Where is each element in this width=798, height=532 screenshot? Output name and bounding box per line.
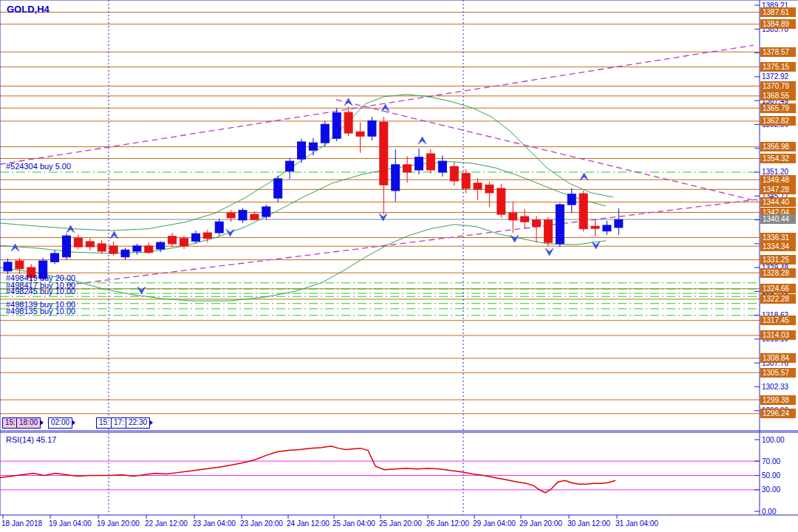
- order-label[interactable]: #524304 buy 5.00: [6, 163, 71, 171]
- candle-up[interactable]: [392, 165, 400, 191]
- rsi-axis-label: 0.00: [762, 507, 776, 516]
- candle-down[interactable]: [403, 165, 412, 172]
- candle-up[interactable]: [321, 124, 329, 143]
- candle-up[interactable]: [567, 194, 576, 205]
- price-level-box: 1299.38: [760, 395, 796, 405]
- time-tag[interactable]: 02:00: [48, 417, 72, 429]
- candle-up[interactable]: [286, 161, 294, 171]
- time-axis-label[interactable]: 31 Jan 04:00: [615, 519, 658, 528]
- candle-up[interactable]: [63, 236, 71, 257]
- price-level-box: 1384.89: [760, 19, 796, 29]
- time-axis-label[interactable]: 23 Jan 20:00: [240, 519, 283, 528]
- time-axis-label[interactable]: 26 Jan 12:00: [426, 519, 469, 528]
- candle-down[interactable]: [380, 122, 388, 185]
- candle-up[interactable]: [215, 222, 223, 233]
- time-axis-label[interactable]: 23 Jan 04:00: [193, 519, 236, 528]
- price-level-box: 1356.98: [760, 142, 796, 151]
- candle-down[interactable]: [74, 238, 82, 247]
- candle-up[interactable]: [157, 242, 165, 249]
- time-axis-label[interactable]: 24 Jan 12:00: [287, 519, 330, 528]
- price-level-box: 1344.40: [760, 197, 796, 207]
- time-axis-label[interactable]: 19 Jan 20:00: [97, 519, 140, 528]
- symbol-timeframe-label: GOLD,H4: [7, 4, 50, 15]
- time-tag[interactable]: 15:: [96, 417, 112, 429]
- candle-down[interactable]: [168, 236, 177, 244]
- price-axis-label: 1372.92: [762, 72, 788, 81]
- rsi-axis-label: 50.00: [762, 471, 780, 480]
- price-level-box: 1362.82: [760, 116, 796, 126]
- time-axis-label[interactable]: 29 Jan 04:00: [473, 519, 516, 528]
- price-level-box: 1314.03: [760, 330, 796, 340]
- candle-down[interactable]: [579, 194, 587, 229]
- order-label[interactable]: #498135 buy 10.00: [6, 307, 75, 316]
- price-level-box: 1317.45: [760, 316, 796, 325]
- candle-down[interactable]: [426, 154, 434, 170]
- chart-window: GOLD,H4 #524304 buy 5.00#498419 buy 20.0…: [0, 0, 798, 532]
- fractal-down-arrow-icon: [511, 235, 519, 242]
- candle-up[interactable]: [274, 179, 282, 198]
- time-axis-label[interactable]: 22 Jan 12:00: [145, 519, 188, 528]
- time-tag[interactable]: 18:00: [16, 417, 41, 429]
- candle-down[interactable]: [356, 132, 364, 136]
- time-axis-label[interactable]: 25 Jan 04:00: [332, 519, 375, 528]
- candle-up[interactable]: [4, 262, 12, 271]
- band-lower-line: [0, 225, 606, 301]
- candle-down[interactable]: [109, 246, 117, 253]
- candle-up[interactable]: [51, 253, 59, 262]
- price-level-box: 1387.61: [760, 7, 796, 17]
- candle-down[interactable]: [16, 261, 24, 269]
- candle-up[interactable]: [438, 161, 446, 172]
- candle-up[interactable]: [415, 157, 423, 170]
- candle-down[interactable]: [544, 220, 552, 242]
- fractal-up-arrow-icon: [418, 137, 426, 144]
- candle-up[interactable]: [332, 113, 341, 138]
- candle-up[interactable]: [121, 250, 129, 257]
- candle-down[interactable]: [86, 242, 94, 247]
- candle-up[interactable]: [603, 225, 611, 231]
- candle-up[interactable]: [368, 120, 376, 136]
- candle-down[interactable]: [250, 214, 259, 219]
- candle-down[interactable]: [509, 213, 517, 220]
- price-level-box: 1378.57: [760, 47, 796, 57]
- fractal-down-arrow-icon: [226, 229, 234, 236]
- candle-down[interactable]: [98, 244, 106, 251]
- candle-down[interactable]: [203, 233, 211, 239]
- candle-up[interactable]: [133, 246, 141, 251]
- price-level-box: 1368.55: [760, 91, 796, 100]
- candle-up[interactable]: [191, 233, 200, 241]
- candle-down[interactable]: [145, 246, 153, 253]
- trendline-rising-channel-top[interactable]: [0, 45, 754, 164]
- candle-down[interactable]: [462, 174, 470, 188]
- rsi-line: [0, 446, 615, 493]
- chart-canvas[interactable]: [0, 0, 798, 532]
- rsi-axis-label: 70.00: [762, 457, 780, 466]
- order-label[interactable]: #498245 buy 10.00: [6, 287, 75, 296]
- time-tag[interactable]: 17:: [111, 417, 127, 429]
- candle-up[interactable]: [239, 211, 247, 220]
- candle-down[interactable]: [485, 185, 494, 193]
- candle-down[interactable]: [533, 220, 541, 227]
- time-axis-label[interactable]: 25 Jan 20:00: [379, 519, 422, 528]
- price-axis-label: 1302.33: [762, 382, 788, 392]
- time-tag[interactable]: 22:30: [126, 417, 150, 429]
- time-axis-label[interactable]: 29 Jan 20:00: [519, 519, 562, 528]
- time-axis-label[interactable]: 30 Jan 12:00: [567, 519, 610, 528]
- candle-up[interactable]: [556, 205, 564, 244]
- time-axis-label[interactable]: 18 Jan 2018: [1, 519, 42, 528]
- price-level-box: 1375.15: [760, 62, 796, 72]
- candle-down[interactable]: [497, 188, 505, 214]
- candle-down[interactable]: [227, 213, 235, 218]
- candle-up[interactable]: [262, 207, 270, 216]
- candle-down[interactable]: [474, 183, 482, 189]
- candle-down[interactable]: [344, 112, 352, 133]
- candle-up[interactable]: [298, 142, 306, 159]
- time-axis-label[interactable]: 19 Jan 04:00: [49, 519, 92, 528]
- candle-up[interactable]: [615, 219, 623, 228]
- candle-down[interactable]: [521, 216, 529, 222]
- candle-down[interactable]: [450, 166, 458, 181]
- candle-down[interactable]: [591, 226, 599, 228]
- candle-down[interactable]: [180, 239, 188, 246]
- candle-up[interactable]: [309, 143, 317, 150]
- fractal-down-arrow-icon: [137, 287, 146, 294]
- price-level-box: 1324.66: [760, 284, 796, 293]
